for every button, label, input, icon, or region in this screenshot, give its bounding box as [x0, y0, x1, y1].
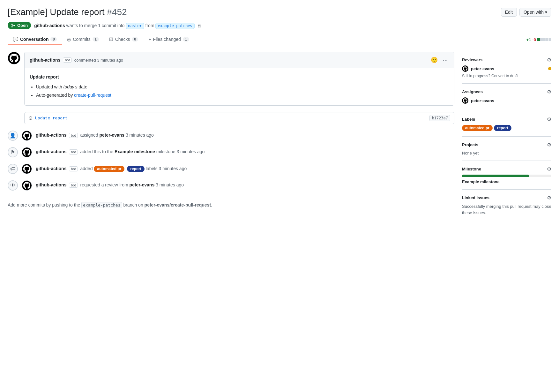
linked-issues-title: Linked issues [462, 195, 489, 200]
tab-files-changed[interactable]: + Files changed 1 [143, 34, 194, 45]
bot-badge: bot [63, 57, 71, 63]
open-with-button[interactable]: Open with ▾ [519, 8, 551, 17]
review-icon: 👁 [8, 180, 18, 191]
source-branch[interactable]: example-patches [155, 23, 194, 29]
comment-author-info: github-actions bot commented 3 minutes a… [30, 57, 123, 63]
main-content: github-actions bot commented 3 minutes a… [8, 52, 454, 221]
checks-icon: ☑ [109, 37, 113, 42]
reviewers-gear-icon[interactable]: ⚙ [547, 57, 551, 63]
sidebar-section-labels: Labels ⚙ automated pr report [462, 111, 551, 137]
commit-message[interactable]: Update report [35, 116, 68, 120]
comment-box: github-actions bot commented 3 minutes a… [24, 52, 454, 105]
milestone-gear-icon[interactable]: ⚙ [547, 166, 551, 172]
review-content: github-actions bot requested a review fr… [36, 180, 454, 187]
commit-sha: b1723a7 [429, 115, 450, 121]
github-logo [10, 54, 19, 63]
files-changed-icon: + [148, 37, 151, 42]
assignee-avatar-icon [463, 98, 467, 103]
tab-checks[interactable]: ☑ Checks 0 [104, 34, 144, 45]
bot-badge-assigned: bot [69, 133, 78, 138]
footer-branch: example-patches [81, 202, 122, 208]
create-pull-request-link[interactable]: create-pull-request [74, 93, 111, 98]
comment-bullet-1: Updated with today's date [36, 83, 449, 90]
assigned-content: github-actions bot assigned peter-evans … [36, 131, 454, 138]
reviewer-status-indicator [548, 67, 551, 70]
conversation-icon: 💬 [13, 37, 18, 42]
reviewer-avatar [462, 65, 468, 72]
bot-badge-labels: bot [69, 166, 78, 171]
reviewer-item: peter-evans [462, 65, 551, 72]
bot-badge-review: bot [69, 183, 78, 188]
reviewer-avatar-icon [463, 66, 467, 71]
label-report: report [127, 166, 145, 172]
labels-gear-icon[interactable]: ⚙ [547, 116, 551, 122]
review-avatar [22, 180, 32, 191]
github-actions-icon [23, 132, 30, 139]
tabs: 💬 Conversation 0 ◎ Commits 1 ☑ Checks 0 … [8, 34, 551, 45]
diff-bar-2 [540, 38, 543, 41]
diff-stat: +1 -0 [526, 34, 551, 45]
assigned-avatar [22, 131, 32, 141]
comment-container: github-actions bot commented 3 minutes a… [8, 52, 454, 105]
timeline: ⊙ Update report b1723a7 👤 github-actions… [8, 112, 454, 191]
sidebar-section-projects: Projects ⚙ None yet [462, 137, 551, 161]
github-actions-icon-4 [23, 182, 30, 189]
projects-gear-icon[interactable]: ⚙ [547, 142, 551, 148]
commits-icon: ◎ [67, 37, 71, 42]
labels-icon: 🏷 [8, 164, 18, 174]
projects-none: None yet [462, 151, 479, 155]
comment-actions: 🙂 ··· [429, 55, 449, 65]
timeline-item-labels: 🏷 github-actions bot added automated pr … [8, 164, 454, 174]
comment-more-button[interactable]: ··· [442, 56, 449, 65]
commenter-avatar [8, 52, 20, 64]
labels-content: github-actions bot added automated pr re… [36, 164, 454, 172]
footer-repo: peter-evans/create-pull-request [145, 202, 211, 207]
main-layout: github-actions bot commented 3 minutes a… [8, 52, 551, 221]
milestone-name: Example milestone [462, 179, 500, 184]
copy-branch-icon[interactable]: ⎘ [198, 23, 200, 28]
assignee-item: peter-evans [462, 97, 551, 104]
milestone-progress-bar [462, 175, 551, 177]
label-automated-pr: automated pr [94, 166, 124, 172]
edit-button[interactable]: Edit [501, 8, 517, 17]
convert-to-draft-link[interactable]: Still in progress? Convert to draft [462, 74, 551, 78]
sidebar-section-assignees: Assignees ⚙ peter-evans [462, 84, 551, 111]
commit-item: ⊙ Update report b1723a7 [24, 112, 454, 124]
labels-title: Labels [462, 117, 475, 122]
milestone-icon: ⚑ [8, 147, 18, 157]
github-actions-icon-3 [23, 165, 30, 172]
pr-meta-description: github-actions wants to merge 1 commit i… [34, 23, 200, 28]
reviewers-title: Reviewers [462, 57, 482, 62]
timeline-item-assigned: 👤 github-actions bot assigned peter-evan… [8, 131, 454, 141]
assigned-icon: 👤 [8, 131, 18, 141]
chevron-down-icon: ▾ [545, 10, 547, 15]
diff-bar-1 [537, 38, 540, 41]
pr-title: [Example] Update report #452 [8, 6, 127, 18]
sidebar-label-automated-pr: automated pr [462, 125, 493, 131]
github-actions-icon-2 [23, 149, 30, 156]
target-branch[interactable]: master [126, 23, 144, 29]
footer-note: Add more commits by pushing to the examp… [8, 197, 454, 213]
pr-meta: Open github-actions wants to merge 1 com… [8, 22, 551, 29]
sidebar-section-milestone: Milestone ⚙ Example milestone [462, 161, 551, 190]
timeline-item-review: 👁 github-actions bot requested a review … [8, 180, 454, 191]
labels-avatar [22, 164, 32, 174]
assignees-title: Assignees [462, 89, 483, 94]
sidebar-section-reviewers: Reviewers ⚙ peter-evans Still in progres… [462, 52, 551, 84]
tab-conversation[interactable]: 💬 Conversation 0 [8, 34, 62, 45]
header-actions: Edit Open with ▾ [501, 8, 551, 17]
emoji-reaction-button[interactable]: 🙂 [429, 55, 439, 65]
milestone-title: Milestone [462, 167, 481, 171]
assignees-gear-icon[interactable]: ⚙ [547, 89, 551, 95]
timeline-item-milestone: ⚑ github-actions bot added this to the E… [8, 147, 454, 157]
sidebar-section-linked-issues: Linked issues ⚙ Successfully merging thi… [462, 190, 551, 221]
linked-issues-gear-icon[interactable]: ⚙ [547, 195, 551, 201]
tab-commits[interactable]: ◎ Commits 1 [62, 34, 104, 45]
sidebar-label-report: report [494, 125, 511, 131]
git-merge-icon [11, 23, 15, 28]
diff-bars [537, 38, 551, 41]
comment-bullet-2: Auto-generated by create-pull-request [36, 92, 449, 99]
status-badge: Open [8, 22, 31, 29]
diff-bar-3 [543, 38, 546, 41]
linked-issues-text: Successfully merging this pull request m… [462, 204, 551, 215]
